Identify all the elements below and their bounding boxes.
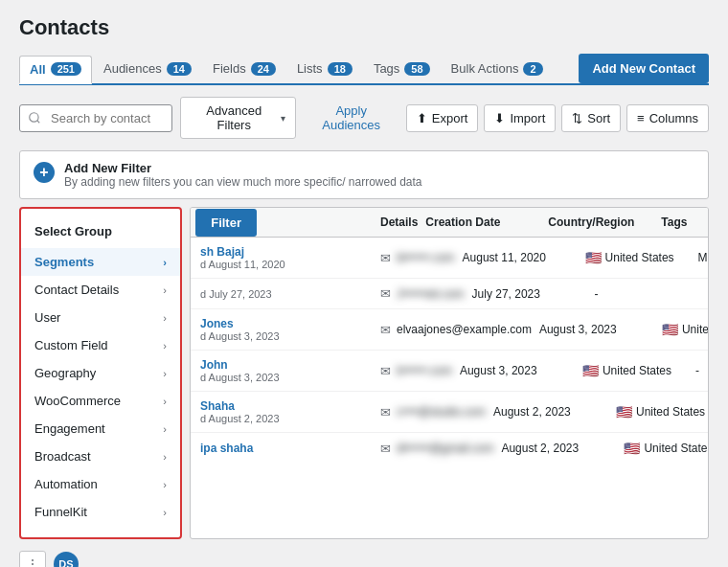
- flag-icon: 🇺🇸: [662, 322, 678, 337]
- contact-date-sub: d August 2, 2023: [200, 413, 373, 424]
- contact-creation-date: August 3, 2023: [460, 364, 575, 377]
- contacts-table: Details Creation Date Country/Region Tag…: [190, 207, 709, 539]
- chevron-right-icon: ›: [163, 396, 167, 407]
- add-contact-button[interactable]: Add New Contact: [579, 54, 709, 83]
- contact-creation-date: July 27, 2023: [472, 287, 587, 301]
- group-item-engagement[interactable]: Engagement ›: [21, 415, 180, 442]
- select-group-title: Select Group: [21, 220, 180, 248]
- table-row: Shaha d August 2, 2023 ✉ c••••@studio.co…: [191, 392, 708, 433]
- group-item-contact-details[interactable]: Contact Details ›: [21, 276, 180, 304]
- flag-icon: 🇺🇸: [616, 404, 632, 420]
- add-filter-banner: + Add New Filter By adding new filters y…: [19, 150, 709, 199]
- flag-icon: 🇺🇸: [585, 250, 602, 265]
- email-icon: ✉: [380, 323, 391, 337]
- tabs-left: All 251 Audiences 14 Fields 24 Lists 18 …: [19, 56, 553, 82]
- chevron-right-icon: ›: [163, 368, 167, 379]
- export-icon: ⬆: [417, 111, 427, 125]
- contact-email: J••••••etr.com: [397, 287, 465, 301]
- add-filter-description: By adding new filters you can view much …: [64, 175, 422, 189]
- contact-date-sub: d August 3, 2023: [200, 372, 373, 383]
- email-icon: ✉: [380, 364, 391, 378]
- col-country: Country/Region: [548, 215, 653, 229]
- toolbar-right: ⬆ Export ⬇ Import ⇅ Sort ≡ Columns: [406, 104, 709, 132]
- table-row: Jones d August 3, 2023 ✉ elvaajones@exam…: [191, 309, 708, 351]
- group-item-broadcast[interactable]: Broadcast ›: [21, 442, 180, 470]
- col-creation-date: Creation Date: [425, 215, 540, 229]
- tab-audiences[interactable]: Audiences 14: [94, 56, 201, 81]
- contact-name[interactable]: ipa shaha: [200, 442, 373, 455]
- export-button[interactable]: ⬆ Export: [406, 104, 479, 132]
- group-item-segments[interactable]: Segments ›: [21, 248, 180, 276]
- group-item-automation[interactable]: Automation ›: [21, 470, 180, 498]
- sort-icon: ⇅: [572, 111, 582, 125]
- columns-icon: ≡: [637, 111, 645, 125]
- tabs-bar: All 251 Audiences 14 Fields 24 Lists 18 …: [19, 54, 709, 85]
- contact-date-sub: d August 11, 2020: [200, 259, 373, 270]
- table-header: Details Creation Date Country/Region Tag…: [191, 208, 708, 238]
- contact-name[interactable]: John: [200, 358, 373, 372]
- contact-email: di••••••@gmail.com: [397, 442, 493, 455]
- apply-audiences-button[interactable]: Apply Audiences: [304, 98, 398, 138]
- contact-name[interactable]: Shaha: [200, 399, 373, 413]
- import-icon: ⬇: [494, 111, 505, 125]
- bottom-bar: ⋮ DS: [19, 547, 709, 567]
- more-options-button[interactable]: ⋮: [19, 551, 46, 567]
- advanced-filters-button[interactable]: Advanced Filters ▾: [180, 97, 296, 139]
- chevron-right-icon: ›: [163, 257, 167, 268]
- contact-email: b••••••.com: [397, 364, 452, 377]
- contact-creation-date: August 2, 2023: [493, 405, 608, 419]
- tab-tags[interactable]: Tags 58: [364, 56, 440, 81]
- select-group-panel: Select Group Segments › Contact Details …: [19, 207, 182, 539]
- search-input[interactable]: [19, 104, 172, 132]
- columns-button[interactable]: ≡ Columns: [626, 104, 709, 132]
- contact-email: c••••@studio.com: [397, 405, 486, 419]
- contact-name[interactable]: sh Bajaj: [200, 245, 373, 259]
- filter-button[interactable]: Filter: [195, 209, 257, 237]
- add-filter-plus-icon[interactable]: +: [34, 162, 55, 183]
- tab-all[interactable]: All 251: [19, 56, 92, 84]
- table-row: ipa shaha ✉ di••••••@gmail.com August 2,…: [191, 433, 708, 464]
- flag-icon: 🇺🇸: [582, 363, 599, 378]
- tab-lists[interactable]: Lists 18: [287, 56, 362, 81]
- group-item-funnelkit[interactable]: FunnelKit ›: [21, 498, 180, 526]
- contact-creation-date: August 3, 2023: [539, 323, 654, 336]
- contact-date-sub: d August 3, 2023: [200, 330, 373, 342]
- email-icon: ✉: [380, 251, 391, 265]
- table-row: John d August 3, 2023 ✉ b••••••.com Augu…: [191, 351, 708, 392]
- tab-fields[interactable]: Fields 24: [203, 56, 285, 81]
- contact-name[interactable]: Jones: [200, 317, 373, 330]
- tab-bulk-actions[interactable]: Bulk Actions 2: [442, 56, 553, 81]
- email-icon: ✉: [380, 442, 391, 456]
- group-item-woocommerce[interactable]: WooCommerce ›: [21, 387, 180, 415]
- col-details: Details: [380, 215, 418, 229]
- chevron-right-icon: ›: [163, 284, 167, 296]
- add-filter-title: Add New Filter: [64, 161, 422, 175]
- contact-email: bi••••••.com: [397, 251, 455, 264]
- flag-icon: 🇺🇸: [624, 441, 640, 456]
- table-row: sh Bajaj d August 11, 2020 ✉ bi••••••.co…: [191, 238, 708, 279]
- contact-creation-date: August 11, 2020: [463, 251, 578, 264]
- chevron-right-icon: ›: [163, 312, 167, 324]
- avatar: DS: [54, 552, 79, 567]
- chevron-right-icon: ›: [163, 340, 167, 352]
- email-icon: ✉: [380, 286, 391, 301]
- chevron-right-icon: ›: [163, 479, 167, 490]
- chevron-right-icon: ›: [163, 423, 167, 435]
- group-item-user[interactable]: User ›: [21, 304, 180, 331]
- chevron-right-icon: ›: [163, 451, 167, 463]
- import-button[interactable]: ⬇ Import: [484, 104, 556, 132]
- toolbar: Advanced Filters ▾ Apply Audiences ⬆ Exp…: [19, 97, 709, 139]
- contact-date-sub: d July 27, 2023: [200, 288, 373, 300]
- page-title: Contacts: [19, 15, 709, 40]
- col-tags: Tags: [661, 215, 709, 229]
- chevron-right-icon: ›: [163, 507, 167, 518]
- contact-email: elvaajones@example.com: [397, 323, 532, 336]
- contact-creation-date: August 2, 2023: [501, 442, 616, 455]
- table-row: d July 27, 2023 ✉ J••••••etr.com July 27…: [191, 279, 708, 309]
- chevron-down-icon: ▾: [281, 113, 285, 124]
- group-item-geography[interactable]: Geography ›: [21, 359, 180, 387]
- sort-button[interactable]: ⇅ Sort: [561, 104, 621, 132]
- main-content: Select Group Segments › Contact Details …: [19, 207, 709, 539]
- group-item-custom-field[interactable]: Custom Field ›: [21, 331, 180, 359]
- email-icon: ✉: [380, 405, 391, 420]
